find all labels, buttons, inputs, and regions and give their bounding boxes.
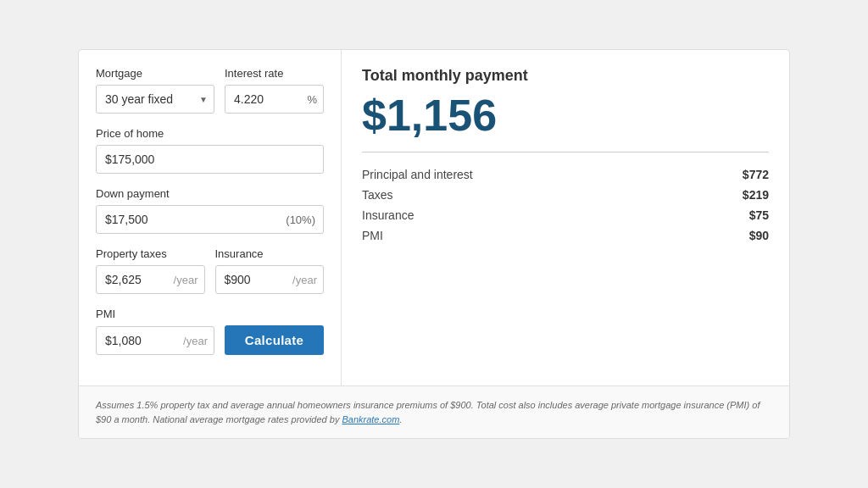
right-panel: Total monthly payment $1,156 Principal a… (342, 50, 789, 385)
breakdown-label: Taxes (362, 185, 691, 205)
breakdown-row: PMI$90 (362, 225, 769, 246)
pmi-label: PMI (96, 308, 324, 320)
top-row: Mortgage 30 year fixed 15 year fixed 5/1… (96, 67, 324, 114)
pmi-unit: /year (183, 335, 208, 347)
bankrate-link[interactable]: Bankrate.com (342, 414, 399, 424)
breakdown-row: Insurance$75 (362, 205, 769, 225)
interest-rate-label: Interest rate (225, 67, 324, 80)
breakdown-label: Principal and interest (362, 164, 691, 185)
pmi-group: PMI /year Calculate (96, 308, 324, 355)
mortgage-label: Mortgage (96, 67, 214, 80)
breakdown-value: $90 (691, 225, 769, 246)
down-payment-percent: (10%) (286, 214, 315, 226)
left-panel: Mortgage 30 year fixed 15 year fixed 5/1… (79, 50, 342, 385)
total-monthly-label: Total monthly payment (362, 67, 769, 85)
insurance-input-wrapper: /year (215, 265, 325, 294)
breakdown-value: $219 (691, 185, 769, 205)
down-payment-input-wrapper: (10%) (96, 205, 324, 234)
property-taxes-group: Property taxes /year (96, 247, 205, 294)
total-amount: $1,156 (362, 92, 769, 140)
breakdown-label: PMI (362, 225, 691, 246)
footer-note: Assumes 1.5% property tax and average an… (79, 385, 789, 438)
pmi-calculate-row: /year Calculate (96, 325, 324, 355)
pmi-input-group: /year (96, 326, 214, 355)
breakdown-row: Taxes$219 (362, 185, 769, 205)
property-taxes-label: Property taxes (96, 247, 205, 260)
calculate-button[interactable]: Calculate (225, 325, 324, 355)
taxes-insurance-row: Property taxes /year Insurance /year (96, 247, 324, 294)
mortgage-select-wrapper: 30 year fixed 15 year fixed 5/1 ARM ▼ (96, 85, 214, 114)
down-payment-group: Down payment (10%) (96, 187, 324, 234)
breakdown-row: Principal and interest$772 (362, 164, 769, 185)
price-group: Price of home (96, 127, 324, 174)
property-taxes-input-wrapper: /year (96, 265, 205, 294)
price-input[interactable] (96, 145, 324, 174)
pmi-input-wrapper: /year (96, 326, 214, 355)
interest-rate-group: Interest rate % (225, 67, 324, 114)
insurance-unit: /year (292, 274, 317, 286)
mortgage-select[interactable]: 30 year fixed 15 year fixed 5/1 ARM (96, 85, 214, 114)
mortgage-group: Mortgage 30 year fixed 15 year fixed 5/1… (96, 67, 214, 114)
divider (362, 152, 769, 152)
breakdown-label: Insurance (362, 205, 691, 225)
down-payment-label: Down payment (96, 187, 324, 200)
breakdown-value: $75 (691, 205, 769, 225)
interest-rate-input-wrapper: % (225, 85, 324, 114)
footer-text-end: . (399, 414, 402, 424)
footer-text: Assumes 1.5% property tax and average an… (96, 400, 760, 424)
breakdown-value: $772 (691, 164, 769, 185)
insurance-label: Insurance (215, 247, 325, 260)
calculator-card: Mortgage 30 year fixed 15 year fixed 5/1… (78, 49, 790, 439)
insurance-group: Insurance /year (215, 247, 325, 294)
main-content: Mortgage 30 year fixed 15 year fixed 5/1… (79, 50, 789, 385)
price-label: Price of home (96, 127, 324, 140)
property-taxes-unit: /year (174, 274, 198, 286)
breakdown-table: Principal and interest$772Taxes$219Insur… (362, 164, 769, 246)
percent-suffix: % (307, 93, 317, 106)
